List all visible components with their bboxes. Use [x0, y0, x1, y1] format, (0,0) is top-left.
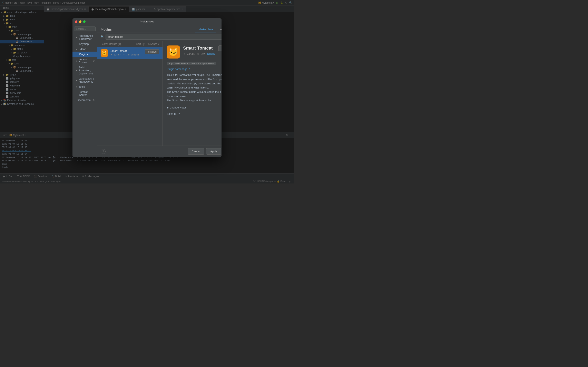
plugin-header: Plugins Marketplace Installed ⚙: [97, 25, 222, 33]
nav-label: Languages & Frameworks: [79, 77, 95, 83]
downloads-icon: ⬇: [111, 53, 112, 56]
nav-label: Editor: [79, 48, 86, 50]
maximize-button[interactable]: [83, 20, 86, 23]
nav-panel: ▶ Appearance & Behavior Keymap ▶ Editor …: [72, 25, 97, 157]
plugin-list-info: Smart Tomcat ⬇ 124.5K ☆ 3.9 zengkid: [111, 49, 142, 56]
author-link[interactable]: zengkid: [207, 52, 215, 55]
close-button[interactable]: [75, 20, 77, 23]
nav-label: Build, Execution, Deployment: [79, 66, 95, 75]
nav-badge: ⚙: [93, 59, 95, 62]
results-count: Search Results (1): [101, 43, 121, 45]
window-controls: [75, 20, 86, 23]
nav-label: Appearance & Behavior: [79, 34, 95, 40]
plugin-name: Smart Tomcat: [111, 49, 142, 52]
dialog-overlay: Preferences ▶ Appearance & Behavior: [0, 0, 294, 184]
dialog-body: ▶ Appearance & Behavior Keymap ▶ Editor …: [72, 25, 222, 157]
search-results-header: Search Results (1) Sort By: Relevance ▾: [97, 42, 163, 47]
plugin-meta: ⬇ 124.5K ☆ 3.9 zengkid: [111, 53, 142, 56]
star-icon: ☆: [197, 52, 199, 55]
plugin-split: Search Results (1) Sort By: Relevance ▾ …: [97, 42, 222, 146]
nav-label: Tools: [79, 85, 85, 88]
expand-arrow-icon: ▶: [76, 79, 77, 81]
plugin-icon: 🐱: [101, 49, 108, 57]
search-icon: 🔍: [101, 35, 104, 38]
star-icon: ☆: [123, 53, 125, 56]
nav-item-editor[interactable]: ▶ Editor: [72, 47, 97, 52]
nav-label: Version Control: [79, 58, 91, 64]
plugin-search-input[interactable]: [105, 34, 222, 40]
expand-arrow-icon: ▶: [76, 60, 77, 62]
plugin-homepage-link[interactable]: Plugin homepage ↗: [167, 67, 222, 71]
installed-button[interactable]: Installed: [145, 49, 159, 54]
dialog-footer: ? Cancel Apply OK: [97, 146, 222, 157]
download-count: 124.5K: [114, 53, 121, 56]
plugin-detail-info: Smart Tomcat ⬇ 124.5K ☆ 3.9 zengkid: [183, 45, 215, 57]
plugin-description: This is for Tomcat Server plugin. The Sm…: [167, 73, 222, 103]
nav-search: [72, 25, 97, 33]
nav-item-version-control[interactable]: ▶ Version Control ⚙: [72, 57, 97, 65]
nav-item-plugins[interactable]: Plugins: [72, 52, 97, 57]
plugins-title: Plugins: [101, 28, 195, 31]
nav-item-keymap[interactable]: Keymap: [72, 42, 97, 47]
footer-buttons: Cancel Apply OK: [188, 148, 222, 155]
cancel-button[interactable]: Cancel: [188, 148, 204, 155]
expand-arrow-icon: ▶: [76, 36, 77, 39]
ide-background: 🔨 demo › src › main › java › com › examp…: [0, 0, 294, 184]
sort-dropdown[interactable]: Sort By: Relevance ▾: [136, 43, 159, 45]
change-notes-toggle[interactable]: ▶ Change Notes: [167, 106, 222, 109]
chevron-down-icon: ▾: [158, 43, 159, 45]
downloads-icon: ⬇: [183, 52, 185, 55]
download-count: 124.5K: [187, 52, 195, 55]
expand-arrow-icon: ▶: [76, 48, 77, 50]
nav-label: Tomcat Server: [79, 90, 95, 96]
help-button[interactable]: ?: [101, 149, 105, 154]
plugin-search-bar: 🔍 ✕: [97, 33, 222, 42]
plugin-category-tag: Apps, Notification and Interaction Appli…: [167, 62, 216, 65]
nav-label: Experimental: [76, 99, 91, 101]
plugin-list-item-smarttomcat[interactable]: 🐱 Smart Tomcat ⬇ 124.5K ☆ 3.9: [97, 47, 163, 59]
plugin-list: Search Results (1) Sort By: Relevance ▾ …: [97, 42, 163, 146]
minimize-button[interactable]: [79, 20, 81, 23]
plugin-detail-header: 🐱 Smart Tomcat ⬇ 124.5K ☆ 3.9: [167, 45, 222, 58]
nav-label: Plugins: [79, 53, 88, 56]
nav-item-tools[interactable]: ▶ Tools: [72, 84, 97, 89]
expand-icon: ▶ Change Notes: [167, 106, 187, 109]
plugin-detail-meta: ⬇ 124.5K ☆ 3.9 zengkid: [183, 52, 215, 55]
nav-item-appearance[interactable]: ▶ Appearance & Behavior: [72, 33, 97, 42]
nav-search-input[interactable]: [74, 26, 95, 31]
nav-item-build[interactable]: ▶ Build, Execution, Deployment: [72, 65, 97, 76]
dialog-titlebar: Preferences: [72, 18, 222, 25]
rating: 3.9: [126, 53, 130, 56]
nav-item-experimental[interactable]: Experimental ⚙: [72, 98, 97, 103]
plugin-detail: 🐱 Smart Tomcat ⬇ 124.5K ☆ 3.9: [163, 42, 222, 146]
tab-marketplace[interactable]: Marketplace: [195, 26, 216, 33]
expand-arrow-icon: ▶: [76, 86, 77, 88]
nav-item-languages[interactable]: ▶ Languages & Frameworks: [72, 76, 97, 84]
content-panel: Plugins Marketplace Installed ⚙ 🔍 ✕: [97, 25, 222, 157]
preferences-dialog: Preferences ▶ Appearance & Behavior: [72, 18, 222, 157]
expand-arrow-icon: ▶: [76, 69, 77, 72]
plugin-size: Size: 41.7K: [167, 112, 222, 115]
plugin-detail-icon: 🐱: [167, 45, 180, 58]
dialog-title: Preferences: [140, 20, 154, 23]
installed-badge[interactable]: Installed: [218, 45, 222, 51]
plugin-detail-name: Smart Tomcat: [183, 45, 215, 51]
apply-button[interactable]: Apply: [206, 148, 221, 155]
rating: 3.9: [201, 52, 205, 55]
nav-item-tomcat[interactable]: Tomcat Server: [72, 89, 97, 98]
author: zengkid: [131, 53, 139, 56]
nav-label: Keymap: [79, 42, 89, 45]
nav-badge: ⚙: [93, 99, 95, 101]
tab-installed[interactable]: Installed: [216, 26, 222, 33]
